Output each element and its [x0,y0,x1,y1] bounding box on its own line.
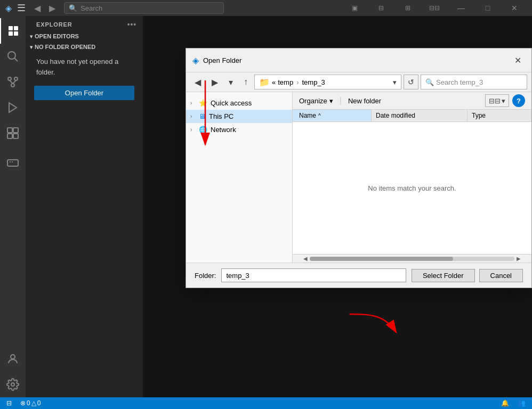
svg-line-10 [13,80,16,84]
network-arrow: › [190,127,196,133]
help-button[interactable]: ? [512,94,525,107]
column-date[interactable]: Date modified [372,110,467,121]
dialog-footer-buttons: Select Folder Cancel [412,269,523,282]
search-bar[interactable]: 🔍 Search [64,2,224,14]
dialog-close-button[interactable]: ✕ [510,53,525,68]
scrollbar-track[interactable] [310,257,514,261]
svg-rect-1 [14,26,18,30]
notification-icon: 🔔 [501,399,509,407]
svg-point-7 [14,77,18,80]
activity-account[interactable] [0,346,26,372]
svg-marker-11 [9,103,17,112]
layout-toggle-3[interactable]: ⊞ [396,0,420,16]
svg-rect-14 [7,134,12,138]
view-arrow: ▾ [502,97,505,105]
main-layout: EXPLORER ••• ▾ OPEN EDITORS ▾ NO FOLDER … [0,16,532,397]
nav-item-quick-access[interactable]: › ⭐ Quick access [186,96,292,110]
organize-button[interactable]: Organize ▾ [299,97,333,105]
cancel-button[interactable]: Cancel [479,269,523,282]
status-account[interactable]: 👥 [515,399,528,407]
dialog-dropdown-button[interactable]: ▾ [224,75,237,89]
dialog-up-button[interactable]: ↑ [239,75,252,89]
address-path-temp3: temp_3 [302,78,325,86]
open-editors-label: OPEN EDITORS [35,33,79,39]
open-editors-header[interactable]: ▾ OPEN EDITORS [26,31,143,42]
folder-label: Folder: [195,272,216,280]
svg-point-6 [8,77,11,80]
scroll-left-button[interactable]: ◀ [301,256,310,261]
search-icon: 🔍 [69,4,77,12]
maximize-button[interactable]: □ [475,0,500,16]
activity-explorer[interactable] [0,18,26,44]
menu-icon[interactable]: ☰ [17,2,26,14]
address-folder-icon: 📁 [259,77,270,87]
col-sort-icon: ^ [318,113,321,119]
dialog-title-left: ◈ Open Folder [192,55,241,66]
scrollbar-area: ◀ ▶ [293,254,531,263]
remote-icon: ⊟ [6,399,12,407]
nav-item-this-pc[interactable]: › 🖥 This PC [186,110,292,123]
activity-source-control[interactable] [0,69,26,95]
svg-rect-16 [7,160,18,166]
back-button[interactable]: ◀ [31,2,44,14]
status-notifications[interactable]: 🔔 [499,399,511,407]
status-remote[interactable]: ⊟ [4,399,14,407]
file-pane: Organize ▾ | New folder ⊟⊟ ▾ ? [293,92,531,263]
select-folder-button[interactable]: Select Folder [412,269,475,282]
activity-extensions[interactable] [0,120,26,146]
col-name-label: Name [299,112,316,119]
layout-toggle-4[interactable]: ⊟⊟ [422,0,447,16]
organize-label: Organize [299,97,327,105]
column-name[interactable]: Name ^ [293,110,372,121]
file-dialog: ◈ Open Folder ✕ ◀ ▶ ▾ ↑ 📁 « temp › [186,48,532,288]
activity-search[interactable] [0,44,26,69]
dialog-vscode-icon: ◈ [192,55,199,66]
close-button[interactable]: ✕ [502,0,527,16]
activity-run[interactable] [0,95,26,120]
address-dropdown-arrow[interactable]: ▾ [393,78,397,86]
forward-button[interactable]: ▶ [46,2,59,14]
activity-settings[interactable] [0,372,26,397]
open-folder-button[interactable]: Open Folder [34,86,134,100]
svg-point-8 [11,84,14,87]
window-controls: ▣ ⊟ ⊞ ⊟⊟ — □ ✕ [342,0,527,16]
minimize-button[interactable]: — [449,0,473,16]
activity-remote[interactable] [0,150,26,176]
sidebar-title: EXPLORER [36,21,72,28]
quick-access-icon: ⭐ [199,99,207,107]
refresh-button[interactable]: ↺ [404,75,418,89]
address-separator-1: « [272,78,276,86]
dialog-forward-button[interactable]: ▶ [207,75,222,89]
svg-rect-12 [7,128,12,133]
scroll-right-button[interactable]: ▶ [514,256,523,261]
activity-bar [0,16,26,397]
address-path-temp: temp [278,78,293,86]
sidebar-more-actions[interactable]: ••• [127,20,136,29]
folder-input[interactable] [221,268,406,282]
layout-toggle-2[interactable]: ⊟ [369,0,393,16]
warning-count: 0 [37,399,41,407]
address-sep-1: › [296,78,299,86]
svg-line-9 [10,80,13,84]
svg-rect-0 [9,26,13,30]
no-folder-text: You have not yet opened a folder. [26,52,143,81]
sidebar-header: EXPLORER ••• [26,16,143,31]
new-folder-button[interactable]: New folder [348,97,381,105]
column-type[interactable]: Type [467,110,531,121]
no-folder-header[interactable]: ▾ NO FOLDER OPENED [26,42,143,52]
status-errors[interactable]: ⊗ 0 △ 0 [18,399,43,407]
file-list-empty: No items match your search. [293,122,531,254]
network-label: Network [211,126,236,134]
address-bar[interactable]: 📁 « temp › temp_3 ▾ [254,75,401,89]
open-editors-chevron: ▾ [30,34,33,39]
error-icon: ⊗ [20,399,26,407]
search-box[interactable]: 🔍 Search temp_3 [421,75,527,89]
view-icon: ⊟⊟ [489,97,501,105]
dialog-back-button[interactable]: ◀ [190,75,205,89]
nav-item-network[interactable]: › 🌐 Network [186,123,292,136]
sidebar: EXPLORER ••• ▾ OPEN EDITORS ▾ NO FOLDER … [26,16,143,397]
no-folder-chevron: ▾ [30,44,33,50]
layout-toggle-1[interactable]: ▣ [342,0,367,16]
view-button[interactable]: ⊟⊟ ▾ [485,94,509,107]
search-placeholder-text: Search temp_3 [436,78,483,86]
